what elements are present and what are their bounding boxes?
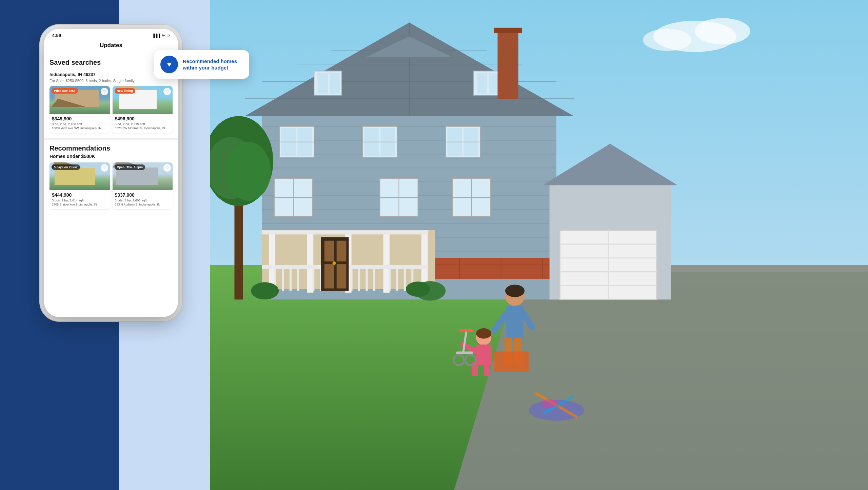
home-price-1: $349,900 — [52, 116, 107, 121]
status-bar: 4:59 ▐▐▐ ∿ ▭ — [44, 29, 178, 39]
rec-home-details-2: 3 bds, 3 ba, 2,603 sqft — [115, 198, 171, 202]
home-address-1: 10032 44th Ave SW, Indianapolis, IN — [52, 126, 107, 131]
favorite-button-1[interactable]: ♡ — [101, 88, 108, 95]
svg-point-81 — [332, 261, 336, 265]
svg-rect-77 — [324, 241, 334, 261]
svg-rect-79 — [324, 264, 334, 288]
house-svg — [210, 0, 868, 490]
svg-rect-99 — [497, 30, 518, 99]
home-image-1: Price cut: $25k ♡ — [50, 86, 110, 114]
svg-rect-35 — [318, 73, 328, 94]
svg-rect-130 — [494, 351, 529, 372]
open-house-badge: Open: Thu. 1-5pm — [115, 164, 145, 170]
svg-point-2 — [695, 18, 750, 44]
notification-tooltip: ♥ Recommended homes within your budget — [154, 50, 249, 79]
search-location: Indianapolis, IN 46237 — [50, 72, 96, 77]
home-info-2: $496,900 3 bd, 2 ba, 2,215 sqft 3528 SW … — [113, 114, 173, 133]
rec-home-info-2: $337,000 3 bds, 3 ba, 2,603 sqft 233 N A… — [113, 190, 173, 209]
svg-rect-36 — [330, 73, 340, 94]
saved-home-card-2[interactable]: New listing ♡ $496,900 3 bd, 2 ba, 2,215… — [113, 86, 173, 133]
recommendations-subtitle: Homes under $500K — [50, 154, 173, 159]
svg-rect-125 — [456, 351, 473, 354]
recommendations-title: Recommendations — [50, 144, 173, 152]
signal-icon: ▐▐▐ — [152, 34, 160, 38]
rec-home-card-1[interactable]: 5 days on Zillow ♡ $444,900 3 bds, 2 ba,… — [50, 162, 110, 209]
house-scene — [210, 0, 868, 490]
rec-home-info-1: $444,900 3 bds, 2 ba, 2,614 sqft 2705 Sh… — [50, 190, 110, 209]
svg-point-124 — [541, 399, 558, 408]
svg-rect-129 — [459, 329, 473, 332]
home-price-2: $496,900 — [115, 116, 171, 121]
search-subtitle: For Sale, $250-$500, 3 beds, 2 baths, Si… — [50, 79, 173, 83]
svg-rect-78 — [337, 241, 347, 261]
tooltip-icon: ♥ — [160, 56, 178, 73]
recommended-homes-grid: 5 days on Zillow ♡ $444,900 3 bds, 2 ba,… — [50, 162, 173, 209]
section-divider — [44, 138, 178, 140]
home-info-1: $349,900 3 bd, 2 ba, 2,100 sqft 10032 44… — [50, 114, 110, 133]
new-listing-badge: New listing — [115, 88, 136, 94]
svg-rect-118 — [484, 362, 490, 376]
svg-rect-80 — [337, 264, 347, 288]
status-icons: ▐▐▐ ∿ ▭ — [152, 33, 170, 38]
rec-home-image-1: 5 days on Zillow ♡ — [50, 162, 110, 190]
svg-point-104 — [226, 142, 271, 201]
rec-home-image-2: Open: Thu. 1-5pm ♡ — [113, 162, 173, 190]
heart-icon: ♥ — [167, 60, 171, 69]
tooltip-text: Recommended homes within your budget — [183, 58, 243, 71]
svg-rect-38 — [477, 73, 487, 94]
favorite-button-3[interactable]: ♡ — [101, 164, 108, 172]
days-on-zillow-badge: 5 days on Zillow — [52, 164, 80, 170]
svg-point-119 — [476, 328, 491, 339]
page-title: Updates — [100, 42, 122, 48]
rec-home-price-1: $444,900 — [52, 192, 107, 198]
svg-point-3 — [643, 29, 691, 51]
battery-icon: ▭ — [166, 33, 170, 38]
svg-rect-100 — [494, 28, 522, 33]
phone-content: Saved searches Indianapolis, IN 46237 2 … — [44, 53, 178, 314]
svg-rect-109 — [506, 306, 524, 340]
saved-home-card-1[interactable]: Price cut: $25k ♡ $349,900 3 bd, 2 ba, 2… — [50, 86, 110, 133]
home-details-1: 3 bd, 2 ba, 2,100 sqft — [52, 122, 107, 126]
recommendations-section: Recommendations Homes under $500K 5 days… — [50, 144, 173, 209]
rec-home-address-2: 233 N Addison St Indianapolis, IN — [115, 203, 171, 207]
rec-home-address-1: 2705 Shriver Ave Indianapolis, IN — [52, 203, 107, 207]
rec-home-details-1: 3 bds, 2 ba, 2,614 sqft — [52, 198, 107, 202]
saved-homes-grid: Price cut: $25k ♡ $349,900 3 bd, 2 ba, 2… — [50, 86, 173, 133]
rec-home-price-2: $337,000 — [115, 192, 171, 198]
svg-point-105 — [251, 282, 279, 299]
time-display: 4:59 — [52, 33, 61, 38]
home-address-2: 3528 SW Monroe St, Indianapolis, IN — [115, 126, 171, 131]
svg-rect-58 — [262, 230, 428, 234]
home-image-2: New listing ♡ — [113, 86, 173, 114]
wifi-icon: ∿ — [162, 33, 165, 38]
favorite-button-4[interactable]: ♡ — [163, 164, 171, 172]
svg-point-107 — [406, 281, 430, 297]
favorite-button-2[interactable]: ♡ — [163, 88, 171, 95]
price-cut-badge: Price cut: $25k — [52, 88, 78, 94]
rec-home-card-2[interactable]: Open: Thu. 1-5pm ♡ $337,000 3 bds, 3 ba,… — [113, 162, 173, 209]
svg-point-114 — [505, 285, 525, 297]
home-details-2: 3 bd, 2 ba, 2,215 sqft — [115, 122, 171, 126]
